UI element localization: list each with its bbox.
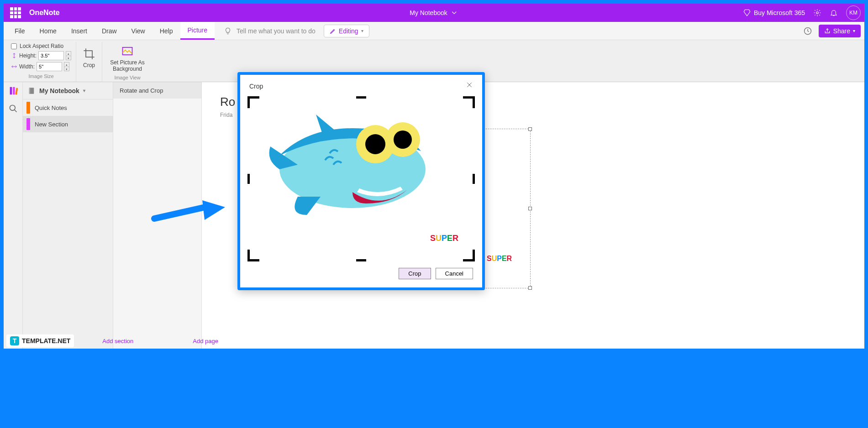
height-input[interactable] bbox=[38, 51, 64, 60]
svg-point-0 bbox=[816, 12, 819, 14]
resize-handle[interactable] bbox=[528, 127, 532, 131]
super-simple-logo: SUPER bbox=[430, 234, 458, 243]
chevron-down-icon: ▾ bbox=[853, 28, 855, 33]
svg-rect-3 bbox=[10, 87, 12, 95]
share-button[interactable]: Share ▾ bbox=[819, 25, 861, 37]
share-icon bbox=[824, 28, 831, 34]
watermark-text: TEMPLATE.NET bbox=[22, 337, 70, 344]
dialog-title: Crop bbox=[249, 83, 263, 90]
settings-gear-icon[interactable] bbox=[813, 9, 821, 17]
width-spinner[interactable]: ▴▾ bbox=[64, 62, 69, 71]
menu-bar: File Home Insert Draw View Help Picture … bbox=[4, 22, 864, 40]
add-page-button[interactable]: Add page bbox=[184, 338, 227, 344]
section-item-quick-notes[interactable]: Quick Notes bbox=[23, 99, 113, 116]
menu-insert[interactable]: Insert bbox=[64, 23, 95, 39]
page-item-rotate-and-crop[interactable]: Rotate and Crop bbox=[113, 82, 201, 99]
chevron-down-icon bbox=[450, 9, 458, 17]
notebook-dropdown-label: My Notebook bbox=[410, 9, 447, 16]
crop-handle-left[interactable] bbox=[247, 174, 250, 184]
dialog-cancel-button[interactable]: Cancel bbox=[436, 268, 473, 279]
add-section-button[interactable]: Add section bbox=[93, 338, 142, 344]
image-watermark-logo: SUPER bbox=[487, 255, 512, 263]
crop-handle-bottom[interactable] bbox=[356, 259, 366, 261]
menu-picture[interactable]: Picture bbox=[180, 22, 215, 40]
notebook-dropdown[interactable]: My Notebook bbox=[410, 9, 458, 17]
crop-icon bbox=[83, 47, 95, 60]
section-color-tab bbox=[26, 118, 30, 130]
chevron-down-icon: ▾ bbox=[361, 28, 363, 33]
section-label: New Section bbox=[35, 121, 68, 128]
crop-handle-br[interactable] bbox=[463, 250, 475, 261]
menu-help[interactable]: Help bbox=[153, 23, 180, 39]
notebook-name: My Notebook bbox=[39, 87, 79, 94]
menu-file[interactable]: File bbox=[7, 23, 32, 39]
section-color-tab bbox=[26, 102, 30, 114]
title-bar: OneNote My Notebook Buy Microsoft 365 KM bbox=[4, 4, 864, 22]
menu-view[interactable]: View bbox=[124, 23, 153, 39]
diamond-icon bbox=[743, 9, 751, 17]
crop-handle-top[interactable] bbox=[356, 96, 366, 99]
section-pane: My Notebook ▾ Quick Notes New Section bbox=[23, 82, 113, 349]
tell-me-search[interactable]: Tell me what you want to do bbox=[224, 27, 316, 35]
svg-rect-5 bbox=[15, 88, 18, 94]
crop-button[interactable]: Crop bbox=[81, 46, 97, 70]
chevron-down-icon: ▾ bbox=[83, 88, 85, 93]
height-icon bbox=[11, 52, 17, 59]
width-input[interactable] bbox=[37, 62, 62, 71]
width-icon bbox=[11, 63, 17, 70]
share-label: Share bbox=[833, 27, 850, 35]
app-name: OneNote bbox=[29, 9, 60, 17]
clock-sync-icon[interactable] bbox=[803, 26, 812, 36]
crop-dialog: Crop bbox=[237, 72, 485, 290]
user-avatar[interactable]: KM bbox=[846, 5, 861, 20]
notebooks-icon[interactable] bbox=[8, 86, 18, 96]
template-net-watermark: T TEMPLATE.NET bbox=[6, 334, 74, 347]
close-icon bbox=[466, 81, 473, 89]
ribbon-group-crop: Crop bbox=[76, 42, 102, 82]
page-label: Rotate and Crop bbox=[120, 87, 163, 94]
dialog-crop-button[interactable]: Crop bbox=[399, 268, 431, 279]
footer: T TEMPLATE.NET Add section Add page bbox=[4, 333, 864, 349]
notifications-bell-icon[interactable] bbox=[830, 9, 838, 17]
picture-background-icon bbox=[121, 45, 134, 57]
height-label: Height: bbox=[19, 52, 37, 59]
lock-aspect-ratio-checkbox[interactable]: Lock Aspect Ratio bbox=[11, 43, 63, 49]
buy-label: Buy Microsoft 365 bbox=[754, 9, 805, 16]
width-label: Width: bbox=[19, 63, 35, 70]
dialog-close-button[interactable] bbox=[466, 81, 473, 91]
image-view-group-label: Image View bbox=[114, 74, 140, 82]
crop-handle-right[interactable] bbox=[473, 174, 475, 184]
section-label: Quick Notes bbox=[35, 104, 67, 111]
menu-draw[interactable]: Draw bbox=[95, 23, 124, 39]
lightbulb-icon bbox=[224, 27, 232, 35]
image-size-group-label: Image Size bbox=[29, 73, 54, 81]
menu-home[interactable]: Home bbox=[32, 23, 64, 39]
notebook-icon bbox=[27, 87, 36, 95]
search-icon[interactable] bbox=[9, 104, 18, 113]
svg-point-6 bbox=[10, 105, 15, 111]
crop-area[interactable]: SUPER bbox=[247, 96, 475, 261]
pencil-icon bbox=[330, 28, 336, 34]
section-item-new-section[interactable]: New Section bbox=[23, 116, 113, 132]
crop-label: Crop bbox=[83, 62, 95, 68]
crop-handle-bl[interactable] bbox=[247, 250, 259, 261]
lock-aspect-label: Lock Aspect Ratio bbox=[20, 43, 63, 49]
buy-microsoft-365-button[interactable]: Buy Microsoft 365 bbox=[743, 9, 805, 17]
svg-rect-4 bbox=[13, 87, 15, 95]
lock-aspect-checkbox-input[interactable] bbox=[11, 43, 17, 49]
editing-mode-button[interactable]: Editing ▾ bbox=[324, 25, 369, 37]
resize-handle[interactable] bbox=[528, 207, 532, 210]
ribbon-group-image-size: Lock Aspect Ratio Height: ▴▾ Width: ▴▾ I… bbox=[6, 42, 76, 82]
set-picture-as-background-button[interactable]: Set Picture As Background bbox=[107, 43, 148, 74]
height-spinner[interactable]: ▴▾ bbox=[66, 51, 71, 60]
crop-handle-tr[interactable] bbox=[463, 96, 475, 108]
resize-handle[interactable] bbox=[528, 286, 532, 290]
dialog-header: Crop bbox=[243, 78, 479, 94]
notebook-selector[interactable]: My Notebook ▾ bbox=[23, 82, 113, 99]
crop-group-spacer bbox=[89, 73, 90, 81]
page-pane: Rotate and Crop bbox=[113, 82, 202, 349]
app-launcher-icon[interactable] bbox=[10, 7, 21, 18]
svg-point-11 bbox=[365, 134, 385, 154]
crop-handle-tl[interactable] bbox=[247, 96, 259, 108]
shark-image bbox=[261, 101, 444, 224]
